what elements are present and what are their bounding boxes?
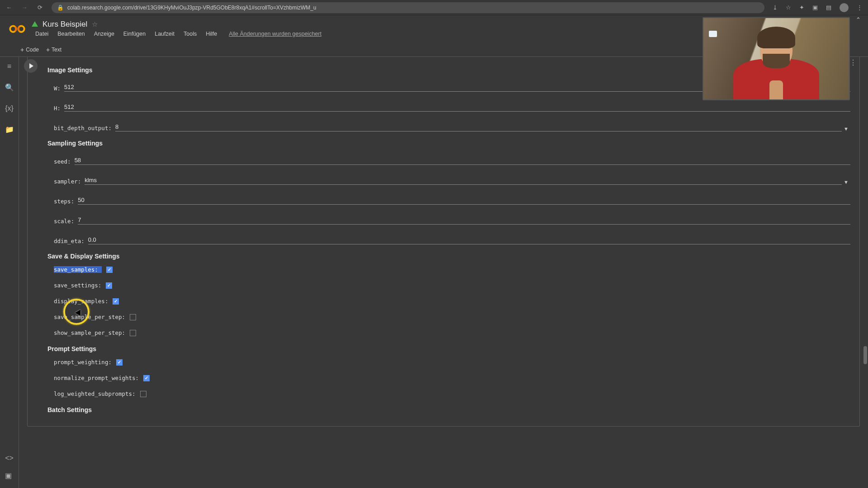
section-prompt-settings: Prompt Settings: [47, 345, 850, 352]
terminal-icon[interactable]: ▣: [5, 471, 14, 480]
label-show-sample-per-step: show_sample_per_step:: [54, 329, 125, 336]
label-save-samples: save_samples:: [54, 266, 102, 273]
label-seed: seed:: [54, 158, 75, 165]
star-document-icon[interactable]: ☆: [92, 20, 98, 28]
menu-dots-icon[interactable]: ⋮: [857, 4, 863, 11]
drive-icon: [32, 21, 38, 27]
collapse-header-icon[interactable]: ⌃: [856, 16, 861, 23]
form-cell: ⋮ Image Settings W: H: bit_depth_output:…: [27, 57, 860, 427]
document-title[interactable]: Kurs Beispiel: [42, 20, 87, 29]
menu-runtime[interactable]: Laufzeit: [151, 30, 178, 38]
select-bit-depth-output[interactable]: 8▼: [115, 122, 850, 131]
section-batch-settings: Batch Settings: [47, 406, 850, 413]
chevron-down-icon: ▼: [842, 126, 850, 131]
menu-help[interactable]: Hilfe: [202, 30, 221, 38]
profile-avatar[interactable]: [840, 3, 849, 12]
menu-insert[interactable]: Einfügen: [120, 30, 149, 38]
checkbox-save-samples[interactable]: [106, 267, 113, 273]
label-prompt-weighting: prompt_weighting:: [54, 359, 112, 366]
label-log-weighted-subprompts: log_weighted_subprompts:: [54, 390, 136, 397]
search-icon[interactable]: 🔍: [5, 83, 14, 92]
forward-icon[interactable]: →: [21, 4, 28, 11]
extensions-icon[interactable]: ✦: [799, 4, 804, 11]
menu-file[interactable]: Datei: [32, 30, 52, 38]
label-save-settings: save_settings:: [54, 282, 101, 289]
menu-bar: Datei Bearbeiten Anzeige Einfügen Laufze…: [32, 30, 325, 38]
label-steps: steps:: [54, 198, 78, 205]
checkbox-show-sample-per-step[interactable]: [130, 330, 136, 336]
checkbox-save-settings[interactable]: [106, 282, 112, 289]
save-status[interactable]: Alle Änderungen wurden gespeichert: [225, 30, 325, 38]
url-text: colab.research.google.com/drive/13G9KHyM…: [67, 5, 316, 11]
cell-options-icon[interactable]: ⋮: [849, 58, 857, 67]
label-scale: scale:: [54, 218, 78, 225]
back-icon[interactable]: ←: [5, 4, 13, 11]
files-icon[interactable]: 📁: [5, 125, 14, 134]
scrollbar-thumb[interactable]: [863, 346, 867, 364]
section-sampling-settings: Sampling Settings: [47, 140, 850, 147]
variables-icon[interactable]: {x}: [5, 104, 14, 113]
label-W: W:: [54, 85, 64, 92]
label-ddim-eta: ddim_eta:: [54, 238, 88, 244]
input-steps[interactable]: [78, 196, 850, 205]
input-seed[interactable]: [75, 156, 850, 165]
checkbox-log-weighted-subprompts[interactable]: [140, 391, 146, 397]
add-code-button[interactable]: +Code: [20, 46, 39, 53]
checkbox-display-samples[interactable]: [113, 298, 119, 305]
section-save-display-settings: Save & Display Settings: [47, 253, 850, 260]
checkbox-normalize-prompt-weights[interactable]: [143, 375, 150, 381]
reload-icon[interactable]: ⟳: [36, 4, 43, 11]
menu-view[interactable]: Anzeige: [90, 30, 118, 38]
address-bar[interactable]: 🔒 colab.research.google.com/drive/13G9KH…: [52, 2, 764, 13]
lock-icon: 🔒: [57, 5, 64, 11]
run-cell-button[interactable]: [24, 59, 38, 73]
menu-edit[interactable]: Bearbeiten: [54, 30, 88, 38]
browser-chrome: ← → ⟳ 🔒 colab.research.google.com/drive/…: [0, 0, 868, 15]
table-of-contents-icon[interactable]: ≡: [7, 62, 11, 70]
select-sampler[interactable]: klms▼: [85, 176, 850, 185]
label-H: H:: [54, 105, 64, 112]
code-snippets-icon[interactable]: <>: [5, 454, 14, 462]
checkbox-prompt-weighting[interactable]: [116, 359, 123, 366]
input-ddim-eta[interactable]: [88, 235, 850, 244]
input-scale[interactable]: [78, 216, 850, 225]
input-H[interactable]: [64, 103, 850, 112]
install-icon[interactable]: ⤓: [773, 4, 778, 11]
label-sampler: sampler:: [54, 178, 85, 185]
add-text-button[interactable]: +Text: [46, 46, 61, 53]
side-panel-icon[interactable]: ▣: [812, 4, 818, 11]
label-display-samples: display_samples:: [54, 298, 108, 305]
label-normalize-prompt-weights: normalize_prompt_weights:: [54, 375, 139, 381]
star-icon[interactable]: ☆: [786, 4, 791, 11]
colab-logo-icon[interactable]: [9, 21, 25, 37]
webcam-overlay: [703, 17, 850, 100]
reading-list-icon[interactable]: ▤: [826, 4, 831, 11]
menu-tools[interactable]: Tools: [180, 30, 200, 38]
left-sidebar: ≡ 🔍 {x} 📁 <> ▣: [0, 57, 19, 488]
chevron-down-icon: ▼: [842, 179, 850, 185]
checkbox-save-sample-per-step[interactable]: [130, 314, 136, 320]
label-save-sample-per-step: save_sample_per_step:: [54, 314, 125, 320]
label-bit-depth-output: bit_depth_output:: [54, 125, 115, 131]
content-area: ⋮ Image Settings W: H: bit_depth_output:…: [19, 57, 868, 488]
